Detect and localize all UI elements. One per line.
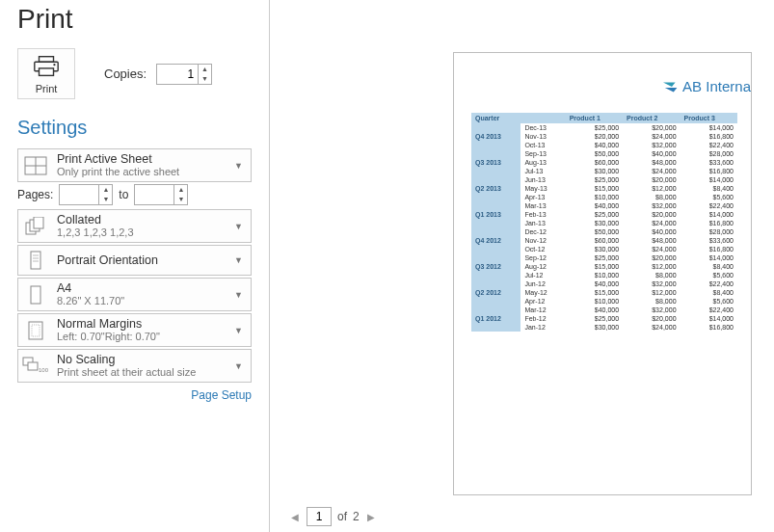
- svg-text:100: 100: [39, 367, 49, 373]
- chevron-down-icon: ▼: [232, 361, 245, 371]
- chevron-up-icon[interactable]: ▲: [174, 185, 187, 195]
- chevron-down-icon[interactable]: ▼: [174, 195, 187, 204]
- setting-orientation[interactable]: Portrait Orientation ▼: [17, 245, 252, 276]
- table-row: Q3 2013Aug-13$60,000$48,000$33,600: [471, 158, 737, 167]
- setting-title: Portrait Orientation: [57, 253, 225, 267]
- table-row: Mar-12$40,000$32,000$22,400: [471, 306, 737, 314]
- pages-to-input[interactable]: [135, 185, 173, 204]
- setting-collate[interactable]: Collated 1,2,3 1,2,3 1,2,3 ▼: [17, 209, 252, 243]
- current-page-input[interactable]: [307, 507, 332, 526]
- company-logo: AB Interna: [663, 78, 751, 94]
- svg-point-3: [53, 64, 55, 66]
- table-row: Apr-12$10,000$8,000$5,600: [471, 297, 737, 306]
- setting-paper-size[interactable]: A4 8.26" X 11.70" ▼: [17, 278, 252, 311]
- copies-stepper[interactable]: ▲▼: [156, 64, 212, 85]
- chevron-down-icon: ▼: [232, 255, 245, 265]
- table-row: Q3 2012Aug-12$15,000$12,000$8,400: [471, 262, 737, 271]
- next-page-button[interactable]: ▶: [365, 512, 377, 522]
- chevron-down-icon[interactable]: ▼: [99, 195, 112, 204]
- setting-print-what[interactable]: Print Active Sheet Only print the active…: [17, 148, 252, 182]
- margins-icon: [22, 319, 49, 342]
- chevron-down-icon[interactable]: ▼: [199, 74, 211, 84]
- portrait-icon: [22, 249, 49, 272]
- table-row: Dec-12$50,000$40,000$28,000: [471, 227, 737, 236]
- collate-icon: [22, 215, 49, 238]
- company-name: AB Interna: [682, 78, 751, 94]
- svg-rect-18: [28, 362, 38, 370]
- svg-rect-9: [34, 217, 43, 228]
- setting-sub: Print sheet at their actual size: [57, 366, 225, 379]
- chevron-down-icon: ▼: [232, 222, 245, 231]
- table-row: Dec-13$25,000$20,000$14,000: [471, 123, 737, 132]
- chevron-down-icon: ▼: [232, 161, 245, 171]
- table-row: Q2 2013May-13$15,000$12,000$8,400: [471, 184, 737, 193]
- table-row: Sep-12$25,000$20,000$14,000: [471, 253, 737, 262]
- table-row: Jul-13$30,000$24,000$16,800: [471, 167, 737, 175]
- printer-icon: [32, 66, 61, 81]
- setting-title: No Scaling: [57, 353, 225, 366]
- table-header: Product 1: [566, 113, 623, 123]
- table-header: Product 2: [623, 113, 680, 123]
- table-header: Quarter: [471, 113, 520, 123]
- svg-rect-14: [31, 286, 40, 304]
- page-title: Print: [17, 4, 252, 35]
- table-row: Q4 2013Nov-13$20,000$24,000$16,800: [471, 132, 737, 141]
- page-setup-link[interactable]: Page Setup: [17, 388, 252, 402]
- chevron-down-icon: ▼: [232, 290, 245, 300]
- scaling-icon: 100: [22, 355, 49, 378]
- page-navigator: ◀ of 2 ▶: [289, 507, 377, 526]
- pages-to-label: to: [119, 188, 128, 201]
- table-row: Oct-12$30,000$24,000$16,800: [471, 245, 737, 253]
- table-row: Q2 2012May-12$15,000$12,000$8,400: [471, 288, 737, 297]
- pages-to-stepper[interactable]: ▲▼: [134, 184, 188, 205]
- pages-label: Pages:: [17, 188, 53, 201]
- page-icon: [22, 283, 49, 306]
- table-row: Oct-13$40,000$32,000$22,400: [471, 141, 737, 149]
- grid-icon: [22, 154, 49, 177]
- table-row: Q4 2012Nov-12$60,000$48,000$33,600: [471, 236, 737, 245]
- setting-sub: Only print the active sheet: [57, 166, 225, 178]
- print-button-label: Print: [22, 83, 70, 94]
- setting-title: Collated: [57, 213, 225, 226]
- table-row: Mar-13$40,000$32,000$22,400: [471, 201, 737, 210]
- page-of-label: of: [337, 510, 347, 523]
- chevron-up-icon[interactable]: ▲: [199, 65, 211, 74]
- table-row: Jul-12$10,000$8,000$5,600: [471, 271, 737, 279]
- chevron-down-icon: ▼: [232, 326, 245, 335]
- svg-rect-2: [40, 68, 54, 76]
- setting-title: Normal Margins: [57, 317, 225, 331]
- print-preview: AB Interna QuarterProduct 1Product 2Prod…: [453, 52, 752, 495]
- copies-label: Copies:: [104, 66, 147, 81]
- svg-rect-0: [40, 57, 54, 63]
- setting-margins[interactable]: Normal Margins Left: 0.70"Right: 0.70" ▼: [17, 313, 252, 347]
- setting-sub: Left: 0.70"Right: 0.70": [57, 331, 225, 343]
- prev-page-button[interactable]: ◀: [289, 512, 301, 522]
- total-pages: 2: [353, 510, 360, 523]
- table-row: Q1 2012Feb-12$25,000$20,000$14,000: [471, 314, 737, 323]
- table-row: Jun-13$25,000$20,000$14,000: [471, 175, 737, 184]
- setting-scaling[interactable]: 100 No Scaling Print sheet at their actu…: [17, 349, 252, 383]
- table-row: Q1 2013Feb-13$25,000$20,000$14,000: [471, 210, 737, 219]
- pages-from-input[interactable]: [60, 185, 98, 204]
- table-row: Jun-12$40,000$32,000$22,400: [471, 279, 737, 288]
- preview-table: QuarterProduct 1Product 2Product 3 Dec-1…: [471, 113, 737, 332]
- table-row: Jan-13$30,000$24,000$16,800: [471, 219, 737, 227]
- svg-rect-10: [31, 252, 40, 269]
- table-header: Product 3: [681, 113, 737, 123]
- table-row: Sep-13$50,000$40,000$28,000: [471, 149, 737, 158]
- setting-sub: 1,2,3 1,2,3 1,2,3: [57, 226, 225, 239]
- table-row: Jan-12$30,000$24,000$16,800: [471, 323, 737, 332]
- setting-title: A4: [57, 281, 225, 295]
- print-button[interactable]: Print: [17, 48, 75, 99]
- chevron-up-icon[interactable]: ▲: [99, 185, 112, 195]
- table-header: [520, 113, 565, 123]
- copies-input[interactable]: [157, 65, 198, 84]
- setting-sub: 8.26" X 11.70": [57, 295, 225, 307]
- pages-from-stepper[interactable]: ▲▼: [59, 184, 113, 205]
- settings-heading: Settings: [17, 117, 252, 139]
- table-row: Apr-13$10,000$8,000$5,600: [471, 193, 737, 201]
- setting-title: Print Active Sheet: [57, 152, 225, 166]
